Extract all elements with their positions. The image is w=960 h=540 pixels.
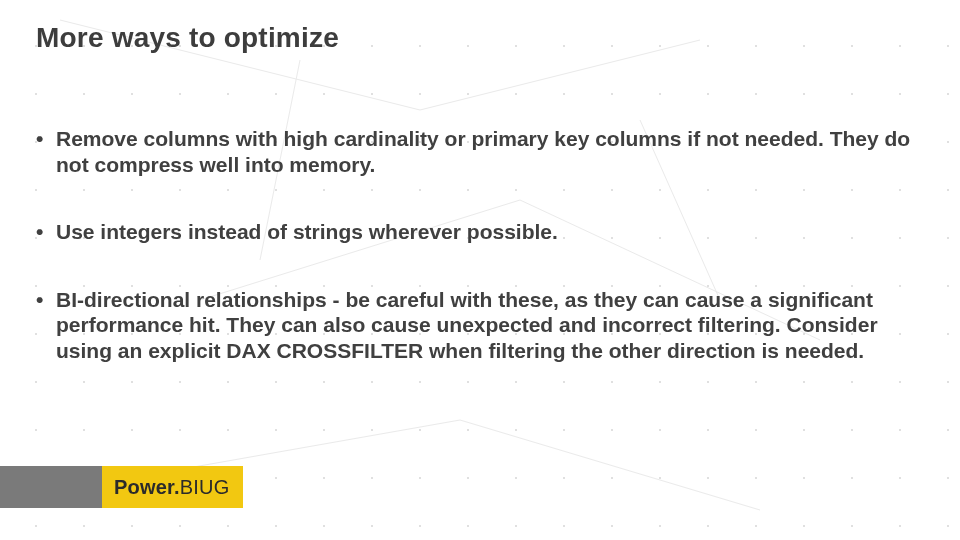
slide-body: Remove columns with high cardinality or … xyxy=(36,126,924,364)
logo-text-bold: Power. xyxy=(114,476,180,499)
logo-text-rest: BIUG xyxy=(180,476,230,499)
footer-logo: Power.BIUG xyxy=(0,466,243,508)
bullet-item: Remove columns with high cardinality or … xyxy=(36,126,924,177)
slide-title: More ways to optimize xyxy=(36,22,924,54)
bullet-item: Use integers instead of strings wherever… xyxy=(36,219,924,245)
bullet-item: BI-directional relationships - be carefu… xyxy=(36,287,924,364)
logo-yellow-badge: Power.BIUG xyxy=(102,466,243,508)
bullet-list: Remove columns with high cardinality or … xyxy=(36,126,924,364)
logo-grey-bar xyxy=(0,466,102,508)
slide-container: More ways to optimize Remove columns wit… xyxy=(0,0,960,540)
